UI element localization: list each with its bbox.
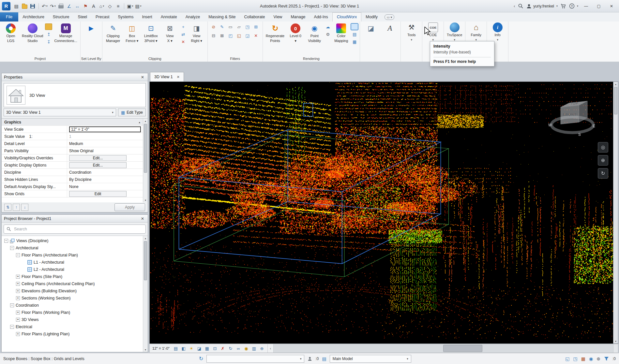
fitter-column-button[interactable]: ◲ (244, 32, 251, 39)
reveal-hidden-button[interactable]: ◉ (243, 345, 250, 352)
aligned-dimension-button[interactable]: ↔ (73, 2, 81, 10)
project-browser-close-icon[interactable]: ✕ (140, 216, 145, 221)
ribbon-tab-annotate[interactable]: Annotate (157, 12, 181, 22)
ribbon-tab-add-ins[interactable]: Add-Ins (310, 12, 332, 22)
regenerate-points-button[interactable]: ↻RegeneratePoints (264, 22, 286, 43)
show-crop-button[interactable]: ⊡ (211, 345, 219, 352)
property-value[interactable]: By Discipline (67, 176, 143, 183)
apply-button[interactable]: Apply (114, 203, 145, 211)
level-0-button[interactable]: 0Level 0 ▾ (286, 22, 305, 43)
orbit-button[interactable]: ↻ (598, 168, 608, 179)
expand-icon[interactable]: + (16, 296, 20, 300)
view-right-button[interactable]: ◨ViewRight ▾ (188, 22, 206, 43)
delete-clip-button[interactable]: ✕ (180, 38, 187, 45)
truspace-button[interactable]: TruSpace (445, 22, 464, 37)
scroll-down-icon[interactable]: ▾ (143, 347, 148, 352)
property-value[interactable]: Show Original (67, 147, 143, 154)
property-sort-asc-button[interactable]: ↑ (13, 204, 20, 211)
open-folder-button[interactable] (45, 23, 52, 30)
export-button[interactable]: ↧ (45, 38, 52, 45)
view-cube[interactable]: W E S FRONT TOP (548, 90, 597, 139)
edit-button[interactable]: Edit... (69, 162, 127, 168)
property-sort-desc-button[interactable]: ↓ (21, 204, 28, 211)
quick-slice-button[interactable]: ◪ (362, 22, 380, 43)
tree-item-floor-plans-lighting-plan[interactable]: +Floor Plans (Lighting Plan) (2, 330, 148, 338)
revit-logo[interactable]: R (2, 2, 10, 10)
view-tab-3d-view-1[interactable]: 3D View 1 ✕ (150, 72, 184, 81)
type-selector-combo[interactable]: 3D View: 3D View 1 ▾ (4, 109, 116, 116)
switch-windows-button[interactable]: ▣▾ (126, 2, 134, 10)
set-level-by-button[interactable]: ► (82, 22, 100, 43)
select-by-face-toggle[interactable]: ◉ (589, 356, 593, 361)
tree-item-floor-plans-working-plan[interactable]: +Floor Plans (Working Plan) (2, 309, 148, 316)
property-value[interactable]: None (67, 183, 143, 190)
collapse-icon[interactable]: − (10, 246, 14, 250)
properties-close-icon[interactable]: ✕ (140, 75, 145, 80)
property-value[interactable]: 12" = 1'-0" (67, 126, 143, 133)
floor-plan-button[interactable]: A (381, 22, 399, 43)
expand-icon[interactable]: + (16, 318, 20, 322)
open-button[interactable] (21, 2, 28, 10)
print-button[interactable] (57, 2, 65, 10)
fitter-polygon-button[interactable]: ▱ (235, 23, 243, 30)
ribbon-display-toggle[interactable]: ▭▾ (385, 14, 394, 20)
collapse-icon[interactable]: − (10, 303, 14, 307)
text-button[interactable]: A (90, 2, 98, 10)
ribbon-tab-structure[interactable]: Structure (49, 12, 74, 22)
tree-item-architectural[interactable]: −Architectural (2, 244, 148, 252)
thin-lines-button[interactable]: ≡ (114, 2, 122, 10)
tree-item-ceiling-plans-architectural-ceiling-plan[interactable]: +Ceiling Plans (Architectural Ceiling Pl… (2, 280, 148, 287)
zoom-button[interactable]: ⊕ (598, 155, 608, 166)
tools-button[interactable]: ⚒Tools (402, 22, 421, 37)
expand-icon[interactable]: + (16, 332, 20, 336)
tree-item-elevations-building-elevation[interactable]: +Elevations (Building Elevation) (2, 287, 148, 295)
active-workset-select[interactable]: ▾ (206, 355, 304, 363)
clipping-manager-button[interactable]: ✎ClippingManager (104, 22, 122, 43)
edit-button[interactable]: Edit (69, 191, 127, 197)
tree-item-l2-architectural[interactable]: L2 - Architectural (2, 266, 148, 273)
limitbox-3point-button[interactable]: ⊡LimitBox3Point ▾ (142, 22, 160, 43)
select-links-toggle[interactable]: ◱ (565, 356, 569, 361)
cloud-sync-button[interactable]: ☁ (324, 23, 331, 30)
add-clip-button[interactable]: + (180, 23, 187, 30)
tree-item-3d-views[interactable]: +3D Views (2, 316, 148, 323)
tools-panel-expander[interactable]: ▾ (401, 37, 422, 43)
scrollbar-thumb[interactable] (443, 345, 482, 352)
scroll-down-icon[interactable]: ▾ (613, 339, 618, 343)
tree-item-electrical[interactable]: −Electrical (2, 323, 148, 330)
ribbon-tab-manage[interactable]: Manage (286, 12, 310, 22)
section-button[interactable]: ◇ (106, 2, 114, 10)
file-tabs-button[interactable]: ▤ (12, 2, 20, 10)
ribbon-tab-architecture[interactable]: Architecture (18, 12, 49, 22)
drag-on-selection-toggle[interactable]: ⊕ (596, 356, 600, 361)
reality-cloud-studio-button[interactable]: Reality CloudStudio (21, 22, 44, 43)
fitter-erase-button[interactable]: ⊘ (210, 23, 217, 30)
temporary-view-button[interactable]: ▥ (250, 345, 258, 352)
import-button[interactable]: ↥ (45, 31, 52, 37)
editable-only-icon[interactable] (308, 357, 312, 361)
property-sort-button[interactable]: ⇅ (4, 204, 11, 211)
view-scale-input[interactable]: 12" = 1'-0" (69, 126, 141, 132)
point-visibility-button[interactable]: ◉PointVisibility (305, 22, 324, 43)
ribbon-tab-precast[interactable]: Precast (91, 12, 113, 22)
ribbon-tab-insert[interactable]: Insert (138, 12, 156, 22)
hide-crop-button[interactable]: ✗ (219, 345, 226, 352)
collapse-section-icon[interactable]: ▴ (139, 121, 143, 124)
drawing-area[interactable]: W E S FRONT TOP ◎ ⊕ ↻ ▴ ▾ (149, 81, 618, 344)
open-lgs-button[interactable]: OpenLGS (2, 22, 20, 43)
close-inactive-windows-button[interactable]: ▤▾ (134, 2, 142, 10)
ribbon-tab-steel[interactable]: Steel (74, 12, 92, 22)
viewport-horizontal-scrollbar[interactable] (273, 344, 613, 353)
edit-type-button[interactable]: ▦ Edit Type (118, 109, 146, 116)
ribbon-tab-collaborate[interactable]: Collaborate (240, 12, 269, 22)
view-tab-close-icon[interactable]: ✕ (177, 75, 180, 79)
property-value[interactable]: Edit... (67, 154, 143, 161)
swap-clip-button[interactable]: ⇄ (180, 31, 187, 37)
expand-icon[interactable]: + (16, 275, 20, 279)
measure-button[interactable]: ∠ (65, 2, 73, 10)
collapse-icon[interactable]: − (16, 253, 20, 257)
color-mapping-button[interactable]: ColorMapping (332, 22, 350, 43)
search-input[interactable] (13, 226, 143, 232)
ribbon-tab-massing-site[interactable]: Massing & Site (204, 12, 240, 22)
ribbon-tab-systems[interactable]: Systems (113, 12, 138, 22)
